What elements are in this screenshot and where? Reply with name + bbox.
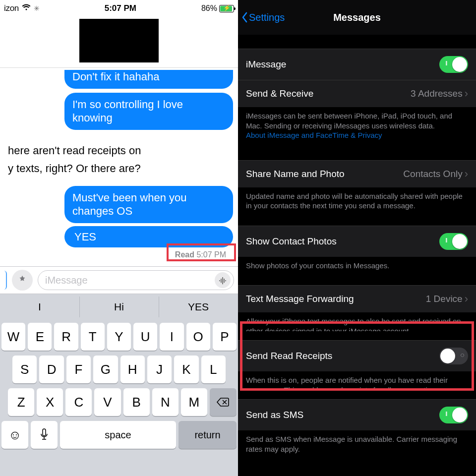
key[interactable]: O <box>186 323 210 351</box>
keyboard: W E R T Y U I O P S D F G H J K L Z X C … <box>0 320 238 476</box>
camera-button-edge[interactable] <box>4 271 7 290</box>
back-button[interactable]: Settings <box>241 12 285 23</box>
key[interactable]: J <box>147 356 172 383</box>
key[interactable]: R <box>54 323 78 351</box>
keyboard-row-3: Z X C V B N M <box>1 388 237 416</box>
footer-send-sms: Send as SMS when iMessage is unavailable… <box>238 430 476 460</box>
row-share-name-photo[interactable]: Share Name and Photo Contacts Only› <box>238 160 476 187</box>
key[interactable]: Z <box>8 388 34 416</box>
annotation-highlight-read <box>167 243 236 261</box>
page-title: Messages <box>333 12 381 23</box>
delete-key[interactable] <box>210 388 237 416</box>
toggle-send-sms[interactable] <box>439 407 468 423</box>
messages-app-panel: izon ✳︎ 5:07 PM 86% ⚡ Don't fix it hahah… <box>0 0 238 476</box>
key[interactable]: Y <box>107 323 131 351</box>
message-input-bar: iMessage <box>0 266 238 294</box>
dictation-key[interactable] <box>31 421 58 449</box>
footer-contact-photos: Show photos of your contacts in Messages… <box>238 257 476 277</box>
svg-rect-0 <box>43 429 46 436</box>
emoji-key[interactable]: ☺ <box>1 421 28 449</box>
key[interactable]: M <box>181 388 207 416</box>
space-key[interactable]: space <box>60 421 176 449</box>
received-text-line: here aren't read receipts on <box>5 142 203 160</box>
sent-bubble-cut: Don't fix it hahaha <box>64 70 233 89</box>
key[interactable]: D <box>39 356 63 383</box>
received-text-line: y texts, right? Or there are? <box>5 160 203 178</box>
status-bar: izon ✳︎ 5:07 PM 86% ⚡ <box>0 0 238 17</box>
key[interactable]: L <box>201 356 226 383</box>
key[interactable]: C <box>65 388 92 416</box>
key[interactable]: N <box>152 388 178 416</box>
footer-imessage-info: iMessages can be sent between iPhone, iP… <box>238 107 476 146</box>
chevron-right-icon: › <box>465 293 468 305</box>
keyboard-row-2: S D F G H J K L <box>1 356 237 383</box>
about-imessage-link[interactable]: About iMessage and FaceTime & Privacy <box>246 131 382 139</box>
clock: 5:07 PM <box>105 3 136 13</box>
settings-messages-panel: Settings Messages iMessage Send & Receiv… <box>238 0 476 476</box>
toggle-imessage[interactable] <box>439 56 468 73</box>
annotation-highlight-read-receipts <box>240 321 474 391</box>
key[interactable]: W <box>1 323 25 351</box>
key[interactable]: T <box>81 323 105 351</box>
redacted-contact-header <box>79 19 159 62</box>
key[interactable]: I <box>160 323 183 351</box>
sent-bubble: Must've been when you changes OS <box>64 186 233 223</box>
chevron-right-icon: › <box>465 168 468 180</box>
suggestion[interactable]: YES <box>159 294 238 320</box>
chevron-right-icon: › <box>465 87 468 100</box>
conversation-scroll[interactable]: Don't fix it hahaha I'm so controlling I… <box>0 71 238 259</box>
row-send-as-sms[interactable]: Send as SMS <box>238 399 476 430</box>
toggle-contact-photos[interactable] <box>439 233 468 250</box>
sent-bubble: I'm so controlling I love knowing <box>64 93 233 130</box>
activity-icon: ✳︎ <box>34 4 40 12</box>
keyboard-row-4: ☺ space return <box>1 421 237 449</box>
key[interactable]: H <box>120 356 145 383</box>
suggestion[interactable]: Hi <box>79 294 159 320</box>
row-send-receive[interactable]: Send & Receive 3 Addresses› <box>238 80 476 107</box>
row-show-contact-photos[interactable]: Show Contact Photos <box>238 226 476 257</box>
app-store-button[interactable] <box>12 270 33 291</box>
footer-share-info: Updated name and photo will be automatic… <box>238 187 476 217</box>
battery-percent: 86% <box>201 4 217 13</box>
wifi-icon <box>22 3 31 13</box>
keyboard-row-1: W E R T Y U I O P <box>1 323 237 351</box>
placeholder: iMessage <box>45 275 88 286</box>
row-imessage[interactable]: iMessage <box>238 49 476 80</box>
nav-bar: Settings Messages <box>238 0 476 35</box>
key[interactable]: E <box>28 323 52 351</box>
settings-scroll[interactable]: iMessage Send & Receive 3 Addresses› iMe… <box>238 35 476 476</box>
voice-message-button[interactable] <box>215 272 231 288</box>
message-text-field[interactable]: iMessage <box>38 270 234 290</box>
key[interactable]: G <box>93 356 118 383</box>
key[interactable]: V <box>94 388 120 416</box>
key[interactable]: S <box>12 356 37 383</box>
key[interactable]: X <box>37 388 63 416</box>
carrier-label: izon <box>4 3 19 13</box>
suggestion[interactable]: I <box>0 294 79 320</box>
key[interactable]: B <box>123 388 150 416</box>
key[interactable]: P <box>213 323 237 351</box>
key[interactable]: U <box>133 323 157 351</box>
key[interactable]: K <box>174 356 198 383</box>
row-text-forwarding[interactable]: Text Message Forwarding 1 Device› <box>238 285 476 312</box>
key[interactable]: F <box>66 356 91 383</box>
quicktype-suggestions: I Hi YES <box>0 294 238 320</box>
battery-icon: ⚡ <box>219 5 234 12</box>
return-key[interactable]: return <box>178 421 237 449</box>
